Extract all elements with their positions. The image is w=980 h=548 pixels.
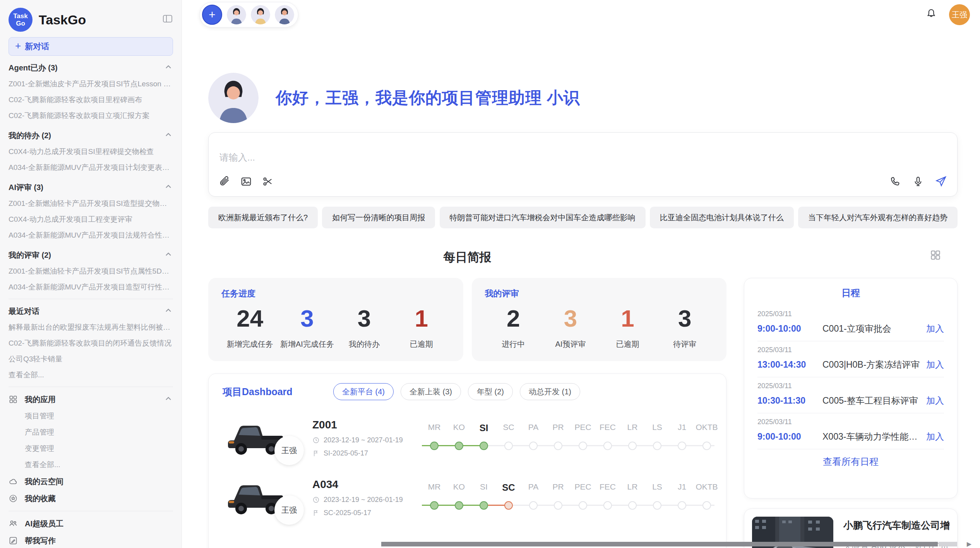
milestone-dot-LR (628, 501, 637, 510)
chevron-up-icon[interactable] (164, 306, 173, 317)
sidebar-list-item[interactable]: C02-飞腾新能源轻客改款项目里程碑画布 (9, 92, 173, 108)
sidebar-app-item[interactable]: 项目管理 (9, 408, 173, 424)
sidebar-list-item[interactable]: Z001-全新燃油轻卡产品开发项目SI造型提交物评审 (9, 195, 173, 211)
sidebar-list-item[interactable]: A034-全新新能源MUV产品开发项目计划变更表编写 (9, 159, 173, 175)
milestone-node[interactable] (694, 438, 719, 454)
milestone-node[interactable] (670, 498, 694, 513)
stat-label: 待评审 (656, 339, 713, 349)
milestone-node[interactable] (620, 438, 645, 454)
sidebar-item-people[interactable]: AI超级员工 (9, 515, 173, 532)
milestone-node[interactable] (571, 498, 595, 513)
sidebar-list-item[interactable]: C0X4-动力总成开发项目工程变更评审 (9, 211, 173, 227)
sidebar-list-item[interactable]: 解释最新出台的欧盟报废车法规再生塑料比例被调至15%... (9, 319, 173, 335)
sidebar-group-header[interactable]: Agent已办 (3) (9, 60, 173, 76)
milestone-node[interactable] (422, 498, 447, 513)
milestone-node[interactable] (694, 498, 719, 513)
sidebar-list-item[interactable]: 公司Q3轻卡销量 (9, 351, 173, 367)
view-all-schedule-link[interactable]: 查看所有日程 (757, 449, 944, 474)
join-link[interactable]: 加入 (926, 359, 944, 371)
sidebar-app-item[interactable]: 产品管理 (9, 424, 173, 440)
attachment-icon[interactable] (219, 176, 230, 187)
chevron-up-icon[interactable] (164, 62, 173, 73)
milestone-node[interactable] (447, 438, 471, 454)
join-link[interactable]: 加入 (926, 431, 944, 443)
dashboard-tab[interactable]: 全新上装 (3) (401, 383, 461, 400)
milestone-node[interactable] (471, 498, 496, 513)
milestone-node[interactable] (471, 438, 496, 454)
join-link[interactable]: 加入 (926, 395, 944, 407)
sidebar-list-item[interactable]: 查看全部... (9, 367, 173, 383)
briefing-card: 我的评审2进行中3AI预评审1已逾期3待评审 (472, 278, 727, 361)
sidebar-app-item[interactable]: 查看全部... (9, 457, 173, 473)
dashboard-tab[interactable]: 全新平台 (4) (333, 383, 394, 400)
sidebar-item-my-apps[interactable]: 我的应用 (9, 391, 173, 408)
milestone-node[interactable] (496, 438, 521, 454)
suggestion-chip[interactable]: 欧洲新规最近颁布了什么? (208, 207, 318, 228)
sidebar-list-item[interactable]: C02-飞腾新能源轻客改款项目立项汇报方案 (9, 108, 173, 123)
milestone-node[interactable] (620, 498, 645, 513)
microphone-icon[interactable] (912, 176, 924, 187)
sidebar-group-header[interactable]: AI评审 (3) (9, 179, 173, 195)
join-link[interactable]: 加入 (926, 323, 944, 335)
suggestion-chip[interactable]: 当下年轻人对汽车外观有怎样的喜好趋势 (798, 207, 958, 228)
milestone-node[interactable] (521, 498, 546, 513)
milestone-node[interactable] (571, 438, 595, 454)
milestone-node[interactable] (595, 498, 620, 513)
milestone-labels: MRKOSISCPAPRPECFECLRLSJ1OKTB (422, 482, 719, 493)
sidebar-list-item[interactable]: C0X4-动力总成开发项目SI里程碑提交物检查 (9, 144, 173, 159)
sidebar-app-item[interactable]: 变更管理 (9, 440, 173, 457)
chevron-up-icon[interactable] (164, 394, 173, 405)
milestone-node[interactable] (521, 438, 546, 454)
sidebar-item-write[interactable]: 帮我写作 (9, 532, 173, 548)
milestone-node[interactable] (645, 438, 670, 454)
sidebar-group-header[interactable]: 我的待办 (2) (9, 127, 173, 144)
suggestion-chip[interactable]: 比亚迪全固态电池计划具体说了什么 (650, 207, 794, 228)
notification-bell-icon[interactable] (925, 8, 937, 22)
milestone-node[interactable] (546, 438, 571, 454)
sidebar-list-item[interactable]: A034-全新新能源MUV产品开发项目法规符合性评审 (9, 227, 173, 243)
image-icon[interactable] (240, 176, 252, 187)
chevron-up-icon[interactable] (164, 182, 173, 193)
milestone-node[interactable] (595, 438, 620, 454)
chat-input[interactable] (219, 151, 947, 173)
scrollbar-arrow-right[interactable]: ▶ (967, 540, 971, 548)
milestone-node[interactable] (670, 438, 694, 454)
chevron-up-icon[interactable] (164, 250, 173, 260)
agent-avatar-1[interactable] (227, 5, 246, 24)
add-agent-button[interactable]: + (202, 5, 222, 25)
dashboard-tab[interactable]: 动总开发 (1) (520, 383, 580, 400)
scrollbar-thumb[interactable] (381, 542, 938, 546)
milestone-node[interactable] (422, 438, 447, 454)
horizontal-scrollbar[interactable]: ▶ (381, 542, 978, 547)
stat-item: 3待评审 (656, 305, 713, 349)
milestone-node[interactable] (447, 498, 471, 513)
chevron-up-icon[interactable] (164, 130, 173, 141)
sidebar-list-item[interactable]: Z001-全新燃油轻卡产品开发项目SI节点属性5D文件评审 (9, 263, 173, 279)
dashboard-tab[interactable]: 年型 (2) (468, 383, 513, 400)
send-icon[interactable] (935, 175, 947, 188)
sidebar-group-header[interactable]: 我的评审 (2) (9, 247, 173, 263)
briefing-title: 每日简报 (208, 244, 726, 278)
sidebar-item-star[interactable]: 我的收藏 (9, 490, 173, 507)
user-avatar[interactable]: 王强 (949, 4, 970, 25)
milestone-node[interactable] (546, 498, 571, 513)
sidebar-item-cloud[interactable]: 我的云空间 (9, 473, 173, 490)
collapse-sidebar-icon[interactable] (162, 14, 173, 26)
briefing-section: 每日简报 任务进度24新增完成任务3新增AI完成任务3我的待办1已逾期我的评审2… (208, 244, 958, 548)
sidebar-group-header[interactable]: 最近对话 (9, 303, 173, 319)
agent-avatar-2[interactable] (251, 5, 270, 24)
sidebar-list-item[interactable]: C02-飞腾新能源轻客改款项目的闭环通告反馈情况 (9, 335, 173, 351)
sidebar-list-item[interactable]: Z001-全新燃油皮卡产品开发项目SI节点Lesson Learn报告 (9, 76, 173, 92)
sidebar-divider (9, 299, 173, 299)
suggestion-chip[interactable]: 特朗普可能对进口汽车增税会对中国车企造成哪些影响 (440, 207, 646, 228)
phone-icon[interactable] (890, 176, 901, 187)
scissors-icon[interactable] (262, 176, 274, 187)
milestone-node[interactable] (496, 498, 521, 513)
agent-avatar-3[interactable] (275, 5, 294, 24)
suggestion-chip[interactable]: 如何写一份清晰的项目周报 (322, 207, 435, 228)
layout-grid-icon[interactable] (930, 249, 941, 262)
milestone-node[interactable] (645, 498, 670, 513)
sidebar-list-item[interactable]: A034-全新新能源MUV产品开发项目造型可行性评审 (9, 279, 173, 295)
new-chat-button[interactable]: + 新对话 (9, 37, 173, 56)
schedule-title: 日程 (757, 287, 944, 305)
